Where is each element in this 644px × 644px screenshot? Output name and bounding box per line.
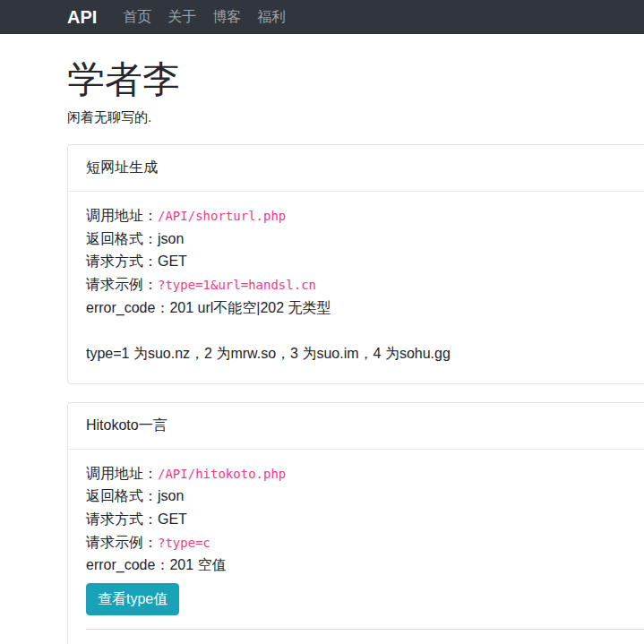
param-label: error_code： [86,300,169,315]
nav-item-perks[interactable]: 福利 [249,8,294,27]
card-title: Hitokoto一言 [68,403,644,450]
param-code-value: /API/shorturl.php [158,209,286,223]
api-card-shorturl: 短网址生成 调用地址：/API/shorturl.php返回格式：json请求方… [67,144,644,384]
param-value: json [158,231,184,246]
navbar: API 首页关于博客福利 [0,0,644,34]
card-body: 调用地址：/API/shorturl.php返回格式：json请求方式：GET请… [68,192,644,383]
param-label: 调用地址： [86,208,158,223]
param-label: 调用地址： [86,466,158,481]
param-label: error_code： [86,557,169,572]
param-code-value: ?type=1&url=handsl.cn [158,278,316,292]
param-label: 请求示例： [86,535,158,550]
param-value: GET [158,511,187,527]
body-divider [86,629,644,630]
page-title: 学者李 [67,59,644,100]
param-label: 请求方式： [86,253,158,269]
param-code-value: /API/hitokoto.php [158,467,286,481]
param-value: 201 url不能空|202 无类型 [169,300,331,315]
param-label: 请求方式： [86,511,158,527]
api-card-hitokoto: Hitokoto一言 调用地址：/API/hitokoto.php返回格式：js… [67,402,644,644]
param-code-value: ?type=c [158,536,210,550]
param-value: 201 空值 [169,557,226,572]
param-value: json [158,488,184,503]
card-body: 调用地址：/API/hitokoto.php返回格式：json请求方式：GET请… [68,450,644,644]
view-type-button[interactable]: 查看type值 [86,583,179,615]
navbar-brand[interactable]: API [67,0,97,34]
nav-item-home[interactable]: 首页 [115,8,159,27]
api-param-row: 调用地址：/API/hitokoto.php [86,462,644,485]
api-param-row: error_code：201 url不能空|202 无类型 [86,296,644,320]
param-label: 请求示例： [86,277,158,292]
api-param-row: 调用地址：/API/shorturl.php [86,204,644,228]
api-param-row: 请求方式：GET [86,250,644,273]
api-param-row: 返回格式：json [86,485,644,508]
param-value: GET [158,253,187,269]
page-subtitle: 闲着无聊写的. [67,109,644,126]
nav-item-blog[interactable]: 博客 [204,8,249,27]
nav-item-about[interactable]: 关于 [159,8,204,27]
api-param-row: error_code：201 空值 [86,554,644,577]
navbar-nav: 首页关于博客福利 [115,8,294,27]
card-title: 短网址生成 [68,145,644,192]
main-content: 学者李 闲着无聊写的. 短网址生成 调用地址：/API/shorturl.php… [67,59,644,644]
api-param-row: 返回格式：json [86,228,644,251]
param-label: 返回格式： [86,488,158,503]
api-param-row: 请求方式：GET [86,508,644,531]
api-param-row: 请求示例：?type=c [86,531,644,554]
type-note: type=1 为suo.nz，2 为mrw.so，3 为suo.im，4 为so… [86,342,644,365]
api-param-row: 请求示例：?type=1&url=handsl.cn [86,273,644,296]
api-params: 调用地址：/API/shorturl.php返回格式：json请求方式：GET请… [86,204,644,319]
api-params: 调用地址：/API/hitokoto.php返回格式：json请求方式：GET请… [86,462,644,577]
param-label: 返回格式： [86,231,158,246]
